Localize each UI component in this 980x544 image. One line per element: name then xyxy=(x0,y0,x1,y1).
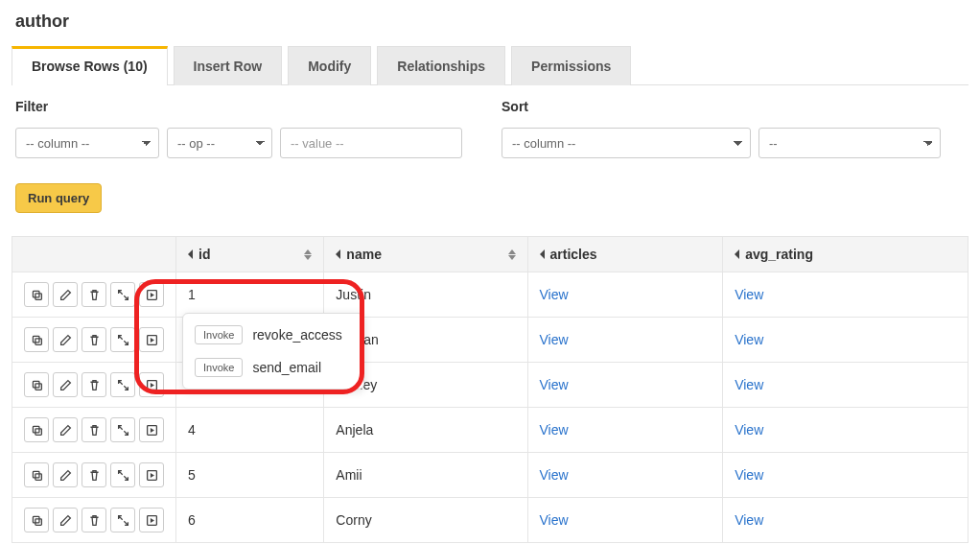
view-articles-link[interactable]: View xyxy=(540,467,569,483)
col-actions-header xyxy=(12,237,176,272)
svg-rect-16 xyxy=(35,518,41,525)
svg-rect-7 xyxy=(35,383,41,390)
sort-toggle-icon[interactable] xyxy=(508,249,516,260)
clone-row-button[interactable] xyxy=(24,462,49,487)
delete-row-button[interactable] xyxy=(82,327,106,352)
tab-permissions[interactable]: Permissions xyxy=(511,46,631,85)
tab-modify[interactable]: Modify xyxy=(288,46,371,85)
table-row: 2BeltranViewView xyxy=(12,318,968,363)
view-articles-link[interactable]: View xyxy=(540,422,569,438)
actions-row-button[interactable] xyxy=(139,327,164,352)
view-avg-rating-link[interactable]: View xyxy=(735,467,763,483)
cell-name: Amii xyxy=(336,467,362,483)
actions-row-button[interactable] xyxy=(139,417,164,442)
caret-left-icon xyxy=(336,249,340,259)
delete-row-button[interactable] xyxy=(82,508,106,532)
svg-rect-3 xyxy=(33,336,39,343)
filter-column-select[interactable]: -- column -- xyxy=(15,128,159,158)
actions-row-button[interactable] xyxy=(139,282,164,307)
svg-rect-12 xyxy=(33,471,39,478)
view-avg-rating-link[interactable]: View xyxy=(735,422,763,438)
sort-toggle-icon[interactable] xyxy=(304,249,312,260)
expand-row-button[interactable] xyxy=(110,282,135,307)
view-avg-rating-link[interactable]: View xyxy=(735,332,763,347)
view-articles-link[interactable]: View xyxy=(540,287,569,302)
table-row: 5AmiiViewView xyxy=(12,453,968,498)
delete-row-button[interactable] xyxy=(82,462,106,487)
caret-left-icon xyxy=(540,249,545,259)
cell-id: 5 xyxy=(188,467,196,483)
expand-row-button[interactable] xyxy=(110,508,135,532)
col-id-header[interactable]: id xyxy=(176,237,324,272)
cell-id: 1 xyxy=(188,287,196,302)
svg-rect-15 xyxy=(33,516,39,523)
expand-row-button[interactable] xyxy=(110,462,135,487)
sort-column-select[interactable]: -- column -- xyxy=(502,128,751,158)
data-table: id name articles avg_rating xyxy=(12,236,968,543)
tab-insert-row[interactable]: Insert Row xyxy=(174,46,283,85)
view-articles-link[interactable]: View xyxy=(540,512,569,528)
view-avg-rating-link[interactable]: View xyxy=(735,287,763,302)
table-row: 4AnjelaViewView xyxy=(12,408,968,453)
run-query-button[interactable]: Run query xyxy=(15,183,102,213)
edit-row-button[interactable] xyxy=(53,282,78,307)
sort-direction-select[interactable]: -- xyxy=(758,128,941,158)
clone-row-button[interactable] xyxy=(24,508,49,532)
actions-popover: Invoke revoke_access Invoke send_email xyxy=(182,313,364,390)
table-row: 1JustinViewView xyxy=(12,272,968,318)
actions-row-button[interactable] xyxy=(139,508,164,532)
filter-value-input[interactable] xyxy=(280,128,462,158)
edit-row-button[interactable] xyxy=(53,417,78,442)
cell-id: 4 xyxy=(188,422,196,438)
cell-id: 6 xyxy=(188,512,196,528)
action-name: send_email xyxy=(252,360,321,375)
svg-rect-13 xyxy=(35,473,41,480)
svg-rect-6 xyxy=(33,381,39,388)
caret-left-icon xyxy=(735,249,739,259)
svg-rect-9 xyxy=(33,426,39,433)
edit-row-button[interactable] xyxy=(53,327,78,352)
edit-row-button[interactable] xyxy=(53,462,78,487)
tab-relationships[interactable]: Relationships xyxy=(377,46,505,85)
svg-rect-1 xyxy=(35,293,41,299)
tab-browse-rows[interactable]: Browse Rows (10) xyxy=(12,46,168,85)
col-name-header[interactable]: name xyxy=(324,237,527,272)
cell-name: Corny xyxy=(336,512,371,528)
action-name: revoke_access xyxy=(252,327,341,343)
clone-row-button[interactable] xyxy=(24,327,49,352)
filter-label: Filter xyxy=(15,99,478,114)
view-avg-rating-link[interactable]: View xyxy=(735,512,763,528)
col-articles-header[interactable]: articles xyxy=(527,237,723,272)
expand-row-button[interactable] xyxy=(110,372,135,397)
invoke-button[interactable]: Invoke xyxy=(195,325,243,344)
svg-rect-0 xyxy=(33,291,39,297)
caret-left-icon xyxy=(188,249,193,259)
actions-row-button[interactable] xyxy=(139,462,164,487)
table-row: 6CornyViewView xyxy=(12,498,968,543)
sort-label: Sort xyxy=(502,99,965,114)
clone-row-button[interactable] xyxy=(24,372,49,397)
expand-row-button[interactable] xyxy=(110,327,135,352)
view-articles-link[interactable]: View xyxy=(540,332,569,347)
actions-row-button[interactable] xyxy=(139,372,164,397)
clone-row-button[interactable] xyxy=(24,417,49,442)
col-avg-rating-header[interactable]: avg_rating xyxy=(723,237,968,272)
delete-row-button[interactable] xyxy=(82,417,106,442)
svg-rect-10 xyxy=(35,428,41,435)
tabs: Browse Rows (10) Insert Row Modify Relat… xyxy=(12,45,968,85)
invoke-button[interactable]: Invoke xyxy=(195,358,243,377)
view-avg-rating-link[interactable]: View xyxy=(735,377,763,392)
svg-rect-4 xyxy=(35,338,41,344)
view-articles-link[interactable]: View xyxy=(540,377,569,392)
edit-row-button[interactable] xyxy=(53,372,78,397)
page-title: author xyxy=(15,12,968,32)
cell-name: Justin xyxy=(336,287,371,302)
edit-row-button[interactable] xyxy=(53,508,78,532)
expand-row-button[interactable] xyxy=(110,417,135,442)
cell-name: Anjela xyxy=(336,422,373,438)
filter-op-select[interactable]: -- op -- xyxy=(167,128,272,158)
clone-row-button[interactable] xyxy=(24,282,49,307)
delete-row-button[interactable] xyxy=(82,282,106,307)
delete-row-button[interactable] xyxy=(82,372,106,397)
table-row: 3SidneyViewView xyxy=(12,363,968,408)
